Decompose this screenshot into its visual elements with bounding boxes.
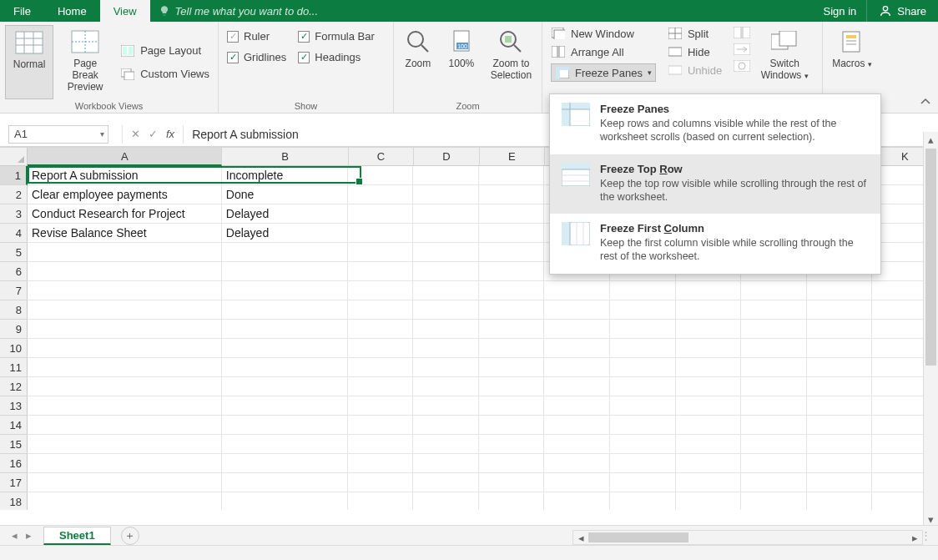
dropdown-icon[interactable]: ▾ [100,129,104,139]
unhide-button[interactable]: Unhide [668,63,722,77]
column-header[interactable]: D [414,148,479,166]
share-button[interactable]: Share [866,0,938,22]
enter-formula-button[interactable]: ✓ [149,128,158,140]
switch-windows-button[interactable]: Switch Windows ▾ [759,25,810,99]
cell[interactable] [413,281,479,300]
cell[interactable] [544,435,610,454]
cell[interactable] [348,377,414,396]
cell[interactable] [479,339,545,358]
cell[interactable] [413,166,479,185]
cell[interactable] [676,358,742,377]
cell[interactable] [348,492,414,510]
cell[interactable] [348,396,414,416]
cell[interactable] [807,300,873,320]
cell[interactable] [807,281,873,300]
column-header[interactable]: B [222,148,348,166]
cell[interactable] [610,435,676,454]
cell[interactable] [222,358,348,377]
cell[interactable] [479,166,545,185]
sign-in-link[interactable]: Sign in [814,0,867,22]
cell[interactable] [741,416,807,435]
cell[interactable] [807,416,873,435]
tab-view[interactable]: View [100,0,150,22]
cell[interactable] [544,300,610,320]
cell[interactable] [222,416,348,435]
cell[interactable] [348,243,414,262]
tab-file[interactable]: File [0,0,44,22]
cell[interactable] [28,492,222,510]
column-header[interactable]: E [480,148,545,166]
cell[interactable] [741,339,807,358]
cell[interactable] [479,396,545,416]
freeze-first-col-option[interactable]: Freeze First Column Keep the first colum… [550,214,880,274]
hide-button[interactable]: Hide [668,45,722,58]
cell[interactable] [610,281,676,300]
row-header[interactable]: 14 [0,416,28,435]
cell[interactable] [479,473,545,492]
cell[interactable] [676,454,742,473]
normal-button[interactable]: Normal [5,25,53,99]
scroll-up-button[interactable]: ▴ [924,132,938,147]
tell-me-search[interactable]: Tell me what you want to do... [150,0,814,22]
cell[interactable] [610,320,676,339]
scroll-thumb[interactable] [588,532,688,542]
cell[interactable] [479,243,545,262]
cell[interactable] [413,224,479,243]
cell[interactable] [348,204,414,224]
cell[interactable] [413,473,479,492]
sheet-nav-next[interactable]: ▸ [26,529,32,542]
cell[interactable] [348,473,414,492]
page-break-button[interactable]: Page Break Preview [58,25,112,99]
horizontal-scrollbar[interactable]: ◂ ▸ [572,530,923,545]
new-window-button[interactable]: New Window [551,27,656,40]
cell[interactable] [413,185,479,204]
cell[interactable] [479,454,545,473]
cell[interactable]: Incomplete [222,166,348,185]
cell[interactable] [348,435,414,454]
cell[interactable] [28,262,222,281]
cell[interactable] [741,300,807,320]
cancel-formula-button[interactable]: ✕ [131,128,140,140]
cell[interactable] [413,454,479,473]
cell[interactable] [741,396,807,416]
cell[interactable] [676,473,742,492]
cell[interactable] [28,473,222,492]
cell[interactable] [544,454,610,473]
cell[interactable] [222,300,348,320]
cell[interactable] [807,377,873,396]
cell[interactable] [413,320,479,339]
cell[interactable] [741,358,807,377]
cell[interactable] [741,492,807,510]
cell[interactable]: Revise Balance Sheet [28,224,222,243]
scroll-right-button[interactable]: ▸ [907,532,922,544]
row-header[interactable]: 16 [0,454,28,473]
cell[interactable] [610,454,676,473]
cell[interactable] [544,320,610,339]
cell[interactable] [610,300,676,320]
zoom-button[interactable]: Zoom [399,25,437,99]
split-button[interactable]: Split [668,27,722,40]
cell[interactable] [479,204,545,224]
cell[interactable] [28,320,222,339]
cell[interactable] [479,300,545,320]
cell[interactable]: Conduct Research for Project [28,204,222,224]
row-header[interactable]: 5 [0,243,28,262]
cell[interactable] [676,435,742,454]
freeze-panes-button[interactable]: Freeze Panes▾ [551,63,656,82]
cell[interactable] [741,454,807,473]
cell[interactable] [807,454,873,473]
macros-button[interactable]: Macros ▾ [828,25,876,99]
cell[interactable] [544,396,610,416]
cell[interactable] [413,204,479,224]
cell[interactable] [676,281,742,300]
cell[interactable] [610,358,676,377]
cell[interactable] [222,243,348,262]
cell[interactable] [479,416,545,435]
vertical-scrollbar[interactable]: ▴ ▾ [923,132,938,527]
cell[interactable] [479,185,545,204]
cell[interactable] [348,358,414,377]
row-header[interactable]: 13 [0,396,28,416]
cell[interactable] [348,262,414,281]
cell[interactable] [807,473,873,492]
cell[interactable] [676,396,742,416]
